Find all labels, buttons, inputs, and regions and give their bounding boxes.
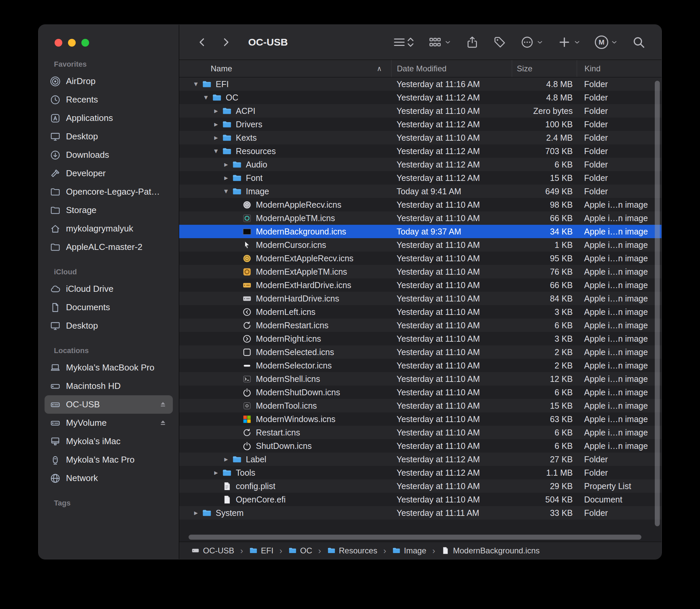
- group-by-icon: [428, 35, 442, 49]
- file-row-kexts[interactable]: ▸KextsYesterday at 11:10 AM2.4 MBFolder: [179, 131, 662, 144]
- sidebar-item-storage[interactable]: Storage: [45, 201, 173, 220]
- disclosure-closed-icon[interactable]: ▸: [222, 456, 231, 463]
- back-button[interactable]: [195, 35, 210, 50]
- account-button[interactable]: M: [595, 35, 618, 49]
- disclosure-closed-icon[interactable]: ▸: [211, 134, 221, 141]
- file-row-tools[interactable]: ▸ToolsYesterday at 11:12 AM1.1 MBFolder: [179, 466, 662, 480]
- path-item-oc[interactable]: OC: [288, 546, 312, 555]
- sidebar-item-opencore-legacy-pat[interactable]: Opencore-Legacy-Pat…: [45, 182, 173, 201]
- file-row-restart-icns[interactable]: Restart.icnsYesterday at 11:10 AM6 KBApp…: [179, 426, 662, 439]
- vertical-scrollbar[interactable]: [655, 81, 660, 526]
- file-row-modernappletm-icns[interactable]: ModernAppleTM.icnsYesterday at 11:10 AM6…: [179, 211, 662, 225]
- path-item-resources[interactable]: Resources: [327, 546, 378, 555]
- disclosure-closed-icon[interactable]: ▸: [222, 174, 231, 181]
- file-kind: Folder: [577, 146, 662, 156]
- column-header-name[interactable]: Name∧: [179, 60, 391, 77]
- file-row-acpi[interactable]: ▸ACPIYesterday at 11:10 AMZero bytesFold…: [179, 104, 662, 118]
- column-header-size[interactable]: Size: [512, 60, 577, 77]
- sidebar-item-icloud-drive[interactable]: iCloud Drive: [45, 280, 173, 298]
- folder-outline-icon: [50, 187, 60, 197]
- path-item-modernbackground-icns[interactable]: ModernBackground.icns: [441, 546, 540, 555]
- drive-small-icon: [191, 546, 199, 555]
- file-row-modernextapplerecv-icns[interactable]: ModernExtAppleRecv.icnsYesterday at 11:1…: [179, 251, 662, 265]
- file-row-modernextharddrive-icns[interactable]: ModernExtHardDrive.icnsYesterday at 11:1…: [179, 278, 662, 292]
- file-row-modernselected-icns[interactable]: ModernSelected.icnsYesterday at 11:10 AM…: [179, 345, 662, 359]
- file-row-oc[interactable]: ▸OCYesterday at 11:12 AM4.8 MBFolder: [179, 91, 662, 104]
- toolbar-buttons: M: [393, 35, 662, 49]
- file-row-modernapplerecv-icns[interactable]: ModernAppleRecv.icnsYesterday at 11:10 A…: [179, 198, 662, 211]
- sidebar-item-mykola-s-imac[interactable]: Mykola’s iMac: [45, 432, 173, 451]
- file-row-efi[interactable]: ▸EFIYesterday at 11:16 AM4.8 MBFolder: [179, 77, 662, 91]
- file-size: 27 KB: [512, 455, 577, 464]
- sidebar-item-mykolagrymalyuk[interactable]: mykolagrymalyuk: [45, 220, 173, 238]
- file-row-config-plist[interactable]: config.plistYesterday at 11:10 AM29 KBPr…: [179, 480, 662, 493]
- sidebar-item-developer[interactable]: Developer: [45, 164, 173, 182]
- file-row-resources[interactable]: ▸ResourcesYesterday at 11:12 AM703 KBFol…: [179, 144, 662, 158]
- home-icon: [50, 223, 60, 234]
- group-by-button[interactable]: [428, 35, 452, 49]
- sidebar-item-downloads[interactable]: Downloads: [45, 146, 173, 164]
- sidebar-item-macintosh-hd[interactable]: Macintosh HD: [45, 377, 173, 395]
- sidebar-item-mykola-s-mac-pro[interactable]: Mykola’s Mac Pro: [45, 451, 173, 469]
- search-button[interactable]: [632, 35, 645, 49]
- file-row-modernleft-icns[interactable]: ModernLeft.icnsYesterday at 11:10 AM3 KB…: [179, 305, 662, 318]
- eject-icon[interactable]: [158, 400, 168, 409]
- disclosure-closed-icon[interactable]: ▸: [211, 121, 221, 128]
- disclosure-closed-icon[interactable]: ▸: [191, 509, 200, 517]
- file-row-font[interactable]: ▸FontYesterday at 11:12 AM15 KBFolder: [179, 171, 662, 185]
- disclosure-open-icon[interactable]: ▸: [213, 147, 220, 156]
- sidebar-item-mykola-s-macbook-pro[interactable]: Mykola’s MacBook Pro: [45, 359, 173, 377]
- disclosure-open-icon[interactable]: ▸: [203, 93, 210, 102]
- file-row-modernright-icns[interactable]: ModernRight.icnsYesterday at 11:10 AM3 K…: [179, 332, 662, 345]
- file-row-drivers[interactable]: ▸DriversYesterday at 11:12 AM100 KBFolde…: [179, 118, 662, 131]
- sidebar-item-desktop[interactable]: Desktop: [45, 316, 173, 335]
- zoom-button[interactable]: [82, 39, 89, 47]
- path-item-oc-usb[interactable]: OC-USB: [191, 546, 234, 555]
- sidebar-item-applealc-master-2[interactable]: AppleALC-master-2: [45, 238, 173, 256]
- file-row-moderntool-icns[interactable]: ModernTool.icnsYesterday at 11:10 AM15 K…: [179, 399, 662, 412]
- new-item-button[interactable]: [558, 35, 581, 49]
- column-header-kind[interactable]: Kind: [577, 60, 662, 77]
- folder-icon: [327, 546, 336, 555]
- sidebar-item-network[interactable]: Network: [45, 469, 173, 487]
- disclosure-closed-icon[interactable]: ▸: [211, 107, 221, 115]
- file-row-system[interactable]: ▸SystemYesterday at 11:11 AM33 KBFolder: [179, 506, 662, 520]
- sidebar-item-myvolume[interactable]: MyVolume: [45, 414, 173, 432]
- path-item-image[interactable]: Image: [392, 546, 426, 555]
- file-row-opencore-efi[interactable]: OpenCore.efiYesterday at 11:10 AM504 KBD…: [179, 493, 662, 506]
- file-row-modernselector-icns[interactable]: ModernSelector.icnsYesterday at 11:10 AM…: [179, 359, 662, 372]
- file-row-modernbackground-icns[interactable]: ModernBackground.icnsToday at 9:37 AM34 …: [179, 225, 662, 238]
- file-row-modernharddrive-icns[interactable]: ModernHardDrive.icnsYesterday at 11:10 A…: [179, 292, 662, 305]
- file-row-shutdown-icns[interactable]: ShutDown.icnsYesterday at 11:10 AM6 KBAp…: [179, 439, 662, 453]
- path-item-efi[interactable]: EFI: [249, 546, 273, 555]
- file-row-modernshutdown-icns[interactable]: ModernShutDown.icnsYesterday at 11:10 AM…: [179, 386, 662, 399]
- sidebar-item-applications[interactable]: Applications: [45, 109, 173, 127]
- disclosure-open-icon[interactable]: ▸: [193, 80, 200, 89]
- sidebar-item-oc-usb[interactable]: OC-USB: [45, 395, 173, 414]
- forward-button[interactable]: [218, 35, 233, 50]
- disclosure-closed-icon[interactable]: ▸: [222, 161, 231, 168]
- sidebar-item-recents[interactable]: Recents: [45, 90, 173, 109]
- file-row-modernrestart-icns[interactable]: ModernRestart.icnsYesterday at 11:10 AM6…: [179, 318, 662, 332]
- disclosure-open-icon[interactable]: ▸: [223, 187, 230, 196]
- file-row-modernshell-icns[interactable]: ModernShell.icnsYesterday at 11:10 AM12 …: [179, 372, 662, 386]
- tags-button[interactable]: [493, 35, 506, 49]
- sidebar-item-documents[interactable]: Documents: [45, 298, 173, 316]
- file-row-audio[interactable]: ▸AudioYesterday at 11:12 AM6 KBFolder: [179, 158, 662, 171]
- share-button[interactable]: [466, 35, 479, 49]
- disclosure-closed-icon[interactable]: ▸: [211, 469, 221, 476]
- column-header-date-modified[interactable]: Date Modified: [391, 60, 512, 77]
- file-row-modernwindows-icns[interactable]: ModernWindows.icnsYesterday at 11:10 AM6…: [179, 412, 662, 426]
- file-row-label[interactable]: ▸LabelYesterday at 11:12 AM27 KBFolder: [179, 453, 662, 466]
- minimize-button[interactable]: [68, 39, 76, 47]
- view-picker-button[interactable]: [393, 35, 414, 49]
- more-actions-button[interactable]: [521, 35, 544, 49]
- sidebar-item-airdrop[interactable]: AirDrop: [45, 72, 173, 90]
- sidebar-item-desktop[interactable]: Desktop: [45, 127, 173, 146]
- file-row-image[interactable]: ▸ImageToday at 9:41 AM649 KBFolder: [179, 185, 662, 198]
- file-row-modernextappletm-icns[interactable]: ModernExtAppleTM.icnsYesterday at 11:10 …: [179, 265, 662, 278]
- close-button[interactable]: [55, 39, 62, 47]
- eject-icon[interactable]: [158, 418, 168, 428]
- horizontal-scrollbar[interactable]: [189, 535, 642, 540]
- file-row-moderncursor-icns[interactable]: ModernCursor.icnsYesterday at 11:10 AM1 …: [179, 238, 662, 251]
